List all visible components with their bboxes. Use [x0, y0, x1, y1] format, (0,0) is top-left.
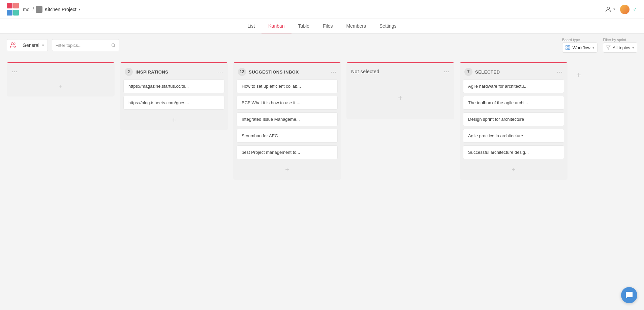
column-header-empty: ⋯	[7, 62, 115, 79]
chevron-down-icon: ▾	[79, 7, 80, 11]
group-icon-button[interactable]	[7, 39, 19, 51]
kanban-board: ⋯ + 2 INSPIRATIONS ⋯ https://magazine.st…	[0, 57, 644, 307]
user-chevron-icon: ▾	[613, 7, 615, 11]
add-card-button-selected[interactable]: +	[463, 163, 564, 176]
filter-topics-input[interactable]	[56, 43, 109, 48]
filter-input-wrap[interactable]	[52, 39, 119, 51]
avatar-button[interactable]: ✓	[619, 4, 637, 15]
tab-files[interactable]: Files	[316, 19, 340, 33]
filter-icon	[606, 45, 611, 50]
column-menu-suggestions[interactable]: ⋯	[330, 68, 336, 76]
card-selected-5[interactable]: Successful architecture desig...	[463, 145, 564, 159]
logo-red-square	[7, 3, 12, 8]
breadcrumb-separator: /	[33, 7, 34, 12]
group-people-icon	[10, 42, 17, 49]
group-select[interactable]: General ▾	[7, 39, 48, 51]
svg-rect-5	[568, 46, 570, 47]
svg-rect-7	[568, 48, 570, 50]
user-menu-button[interactable]: ▾	[605, 6, 615, 13]
card-suggestion-1[interactable]: How to set up efficient collab...	[237, 79, 338, 93]
board-type-wrap: Board type Workflow ▾	[562, 38, 597, 53]
card-suggestion-5[interactable]: best Project management to...	[237, 145, 338, 159]
card-suggestion-2[interactable]: BCF What it is how to use it ...	[237, 96, 338, 110]
person-icon	[605, 6, 612, 13]
column-header-not-selected: Not selected ⋯	[346, 62, 454, 79]
card-suggestion-3[interactable]: Integrated Issue Manageme...	[237, 112, 338, 126]
board-type-select[interactable]: Workflow ▾	[562, 43, 597, 53]
card-selected-1[interactable]: Agile hardware for architectu...	[463, 79, 564, 93]
logo-teal-square	[13, 10, 19, 16]
filter-sprint-label: Filter by sprint	[603, 38, 637, 42]
card-selected-2[interactable]: The toolbox of the agile archi...	[463, 96, 564, 110]
svg-marker-8	[606, 46, 610, 50]
top-bar: moi / Kitchen Project ▾ ▾ ✓	[0, 0, 644, 19]
column-body-empty: +	[7, 79, 115, 96]
tab-settings[interactable]: Settings	[373, 19, 403, 33]
column-body-inspirations: https://magazine.startus.cc/di... https:…	[120, 79, 228, 130]
logo-pink-square	[13, 3, 19, 8]
column-count-inspirations: 2	[125, 68, 133, 76]
svg-line-3	[114, 46, 115, 47]
add-card-button-inspirations[interactable]: +	[123, 114, 224, 127]
column-title-not-selected: Not selected	[351, 69, 441, 74]
tab-kanban[interactable]: Kanban	[262, 19, 291, 33]
column-count-selected: 7	[464, 68, 472, 76]
kanban-column-inspirations: 2 INSPIRATIONS ⋯ https://magazine.startu…	[120, 62, 228, 130]
user-avatar	[619, 4, 630, 15]
tab-list[interactable]: List	[241, 19, 262, 33]
column-title-inspirations: INSPIRATIONS	[135, 69, 214, 75]
column-menu-empty[interactable]: ⋯	[11, 68, 18, 75]
project-icon	[36, 6, 42, 13]
svg-rect-6	[566, 48, 568, 50]
column-title-selected: Selected	[475, 69, 554, 75]
card-inspiration-1[interactable]: https://magazine.startus.cc/di...	[123, 79, 224, 93]
add-card-button-suggestions[interactable]: +	[237, 163, 338, 176]
add-column-button[interactable]: +	[573, 67, 584, 83]
card-selected-3[interactable]: Design sprint for architecture	[463, 112, 564, 126]
board-type-chevron-icon: ▾	[592, 46, 594, 50]
breadcrumb: moi / Kitchen Project ▾	[23, 6, 80, 13]
column-header-selected: 7 Selected ⋯	[460, 62, 568, 79]
filter-sprint-chevron-icon: ▾	[632, 46, 634, 50]
breadcrumb-project[interactable]: Kitchen Project ▾	[36, 6, 80, 13]
kanban-column-suggestions: 12 Suggestions Inbox ⋯ How to set up eff…	[233, 62, 341, 180]
column-menu-not-selected[interactable]: ⋯	[443, 68, 450, 75]
top-bar-right: ▾ ✓	[605, 4, 637, 15]
app-logo[interactable]	[7, 3, 20, 16]
breadcrumb-user[interactable]: moi	[23, 7, 31, 12]
card-suggestion-4[interactable]: Scrumban for AEC	[237, 129, 338, 143]
group-label: General	[23, 43, 39, 48]
kanban-column-empty: ⋯ +	[7, 62, 115, 96]
card-inspiration-2[interactable]: https://blog.tsheets.com/gues...	[123, 96, 224, 110]
card-selected-4[interactable]: Agile practice in architecture	[463, 129, 564, 143]
column-menu-inspirations[interactable]: ⋯	[217, 68, 223, 76]
chat-bubble-button[interactable]	[621, 287, 637, 303]
column-header-inspirations: 2 INSPIRATIONS ⋯	[120, 62, 228, 79]
add-card-button-empty[interactable]: +	[10, 80, 111, 93]
column-count-suggestions: 12	[238, 68, 246, 76]
column-title-suggestions: Suggestions Inbox	[249, 69, 328, 75]
svg-point-0	[607, 7, 609, 9]
column-body-selected: Agile hardware for architectu... The too…	[460, 79, 568, 180]
kanban-column-not-selected: Not selected ⋯ +	[346, 62, 454, 119]
top-bar-left: moi / Kitchen Project ▾	[7, 3, 80, 16]
workflow-icon	[565, 45, 571, 50]
breadcrumb-project-name: Kitchen Project	[44, 7, 76, 12]
column-header-suggestions: 12 Suggestions Inbox ⋯	[233, 62, 341, 79]
board-type-value: Workflow	[573, 45, 590, 50]
filter-sprint-select[interactable]: All topics ▾	[603, 43, 637, 53]
column-body-suggestions: How to set up efficient collab... BCF Wh…	[233, 79, 341, 180]
toolbar-right: Board type Workflow ▾ Filter by sprint A…	[562, 38, 637, 53]
add-card-button-not-selected[interactable]: +	[395, 90, 405, 105]
logo-blue-square	[7, 10, 12, 16]
group-dropdown[interactable]: General ▾	[19, 43, 48, 48]
tab-table[interactable]: Table	[292, 19, 316, 33]
column-menu-selected[interactable]: ⋯	[557, 68, 563, 76]
tab-members[interactable]: Members	[340, 19, 373, 33]
svg-rect-4	[566, 46, 568, 47]
column-body-not-selected: +	[346, 79, 454, 119]
filter-sprint-value: All topics	[613, 45, 630, 50]
kanban-column-selected: 7 Selected ⋯ Agile hardware for architec…	[460, 62, 568, 180]
toolbar: General ▾ Board type Workflow ▾ Filter b…	[0, 34, 644, 57]
filter-sprint-wrap: Filter by sprint All topics ▾	[603, 38, 637, 53]
